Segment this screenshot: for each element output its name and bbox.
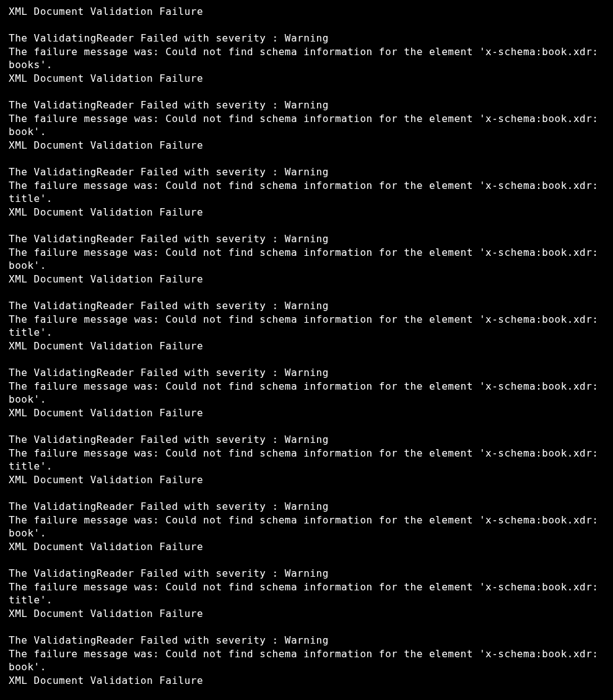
console-output: XML Document Validation Failure The Vali…: [9, 5, 604, 700]
